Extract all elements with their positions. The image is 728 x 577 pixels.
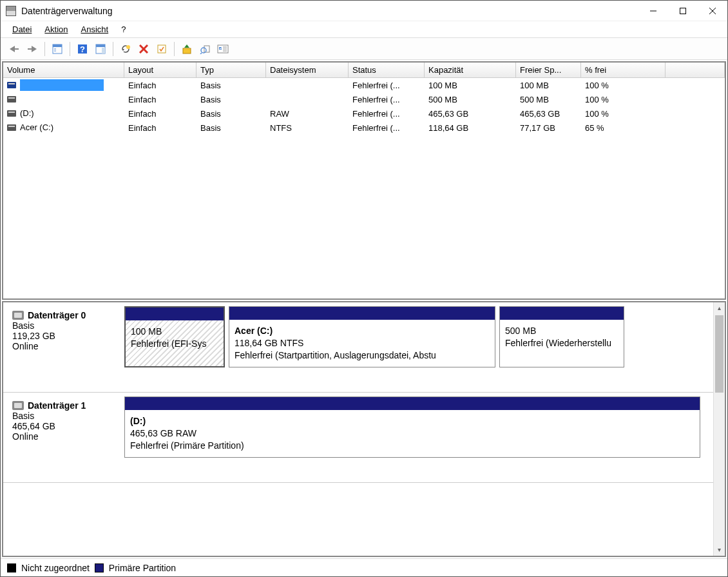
toolbar: ? <box>1 38 727 60</box>
cell-cap: 100 MB <box>425 81 516 90</box>
cell-layout: Einfach <box>124 123 196 133</box>
col-typ[interactable]: Typ <box>196 63 266 78</box>
cell-layout: Einfach <box>124 81 196 90</box>
cell-cap: 118,64 GB <box>425 123 516 133</box>
forward-button[interactable] <box>24 41 41 57</box>
action-pane-icon[interactable] <box>92 41 109 57</box>
partition-container: (D:)465,63 GB RAWFehlerfrei (Primäre Par… <box>124 396 711 458</box>
disk-name: Datenträger 0 <box>28 310 86 320</box>
partition-header <box>500 307 624 320</box>
cell-status: Fehlerfrei (... <box>349 123 425 133</box>
col-volume[interactable]: Volume <box>3 63 124 78</box>
cell-pct: 65 % <box>581 123 666 133</box>
volume-row[interactable]: EinfachBasisFehlerfrei (...100 MB100 MB1… <box>3 78 725 92</box>
disk-state: Online <box>12 341 117 351</box>
disk-info[interactable]: Datenträger 0Basis119,23 GBOnline <box>6 306 119 354</box>
legend-unallocated: Nicht zugeordnet <box>21 563 90 573</box>
svg-marker-5 <box>28 46 37 52</box>
disk-name: Datenträger 1 <box>28 400 86 411</box>
col-capacity[interactable]: Kapazität <box>425 63 516 78</box>
cell-layout: Einfach <box>124 109 196 119</box>
disk-size: 119,23 GB <box>12 331 117 341</box>
svg-rect-13 <box>96 44 105 47</box>
cell-pct: 100 % <box>581 109 666 119</box>
partition-size: 465,63 GB RAW <box>130 427 694 440</box>
disk-graphic-pane: Datenträger 0Basis119,23 GBOnline100 MBF… <box>2 301 726 557</box>
disk-scroll-area[interactable]: Datenträger 0Basis119,23 GBOnline100 MBF… <box>3 302 713 556</box>
volume-name: Acer (C:) <box>20 122 104 133</box>
svg-rect-7 <box>53 44 62 47</box>
hdd-icon <box>12 311 24 320</box>
help-icon[interactable]: ? <box>74 41 91 57</box>
svg-line-24 <box>200 53 202 54</box>
maximize-button[interactable] <box>668 1 698 21</box>
scroll-down-icon[interactable]: ▾ <box>714 544 725 556</box>
window-title: Datenträgerverwaltung <box>21 6 638 16</box>
volume-list-pane: Volume Layout Typ Dateisystem Status Kap… <box>2 61 726 300</box>
volume-row[interactable]: Acer (C:)EinfachBasisNTFSFehlerfrei (...… <box>3 121 725 135</box>
legend-bar: Nicht zugeordnet Primäre Partition <box>1 558 727 576</box>
menu-action[interactable]: Aktion <box>38 23 74 36</box>
partition-status: Fehlerfrei (Wiederherstellu <box>505 337 618 349</box>
partition-size: 118,64 GB NTFS <box>235 337 490 349</box>
col-free[interactable]: Freier Sp... <box>516 63 581 78</box>
partition[interactable]: 500 MBFehlerfrei (Wiederherstellu <box>499 306 624 367</box>
disk-icon <box>7 96 16 103</box>
svg-marker-4 <box>10 46 19 52</box>
volume-name <box>20 93 104 105</box>
partition[interactable]: (D:)465,63 GB RAWFehlerfrei (Primäre Par… <box>124 396 700 458</box>
menu-help[interactable]: ? <box>115 23 132 36</box>
col-filesystem[interactable]: Dateisystem <box>266 63 349 78</box>
partition-size: 500 MB <box>505 325 618 337</box>
col-status[interactable]: Status <box>349 63 425 78</box>
properties-icon[interactable] <box>153 41 170 57</box>
cell-status: Fehlerfrei (... <box>349 81 425 90</box>
show-hide-console-tree-icon[interactable] <box>49 41 66 57</box>
scroll-thumb[interactable] <box>715 315 723 393</box>
partition[interactable]: Acer (C:)118,64 GB NTFSFehlerfrei (Start… <box>229 306 495 367</box>
options-icon[interactable] <box>215 41 231 57</box>
volume-row[interactable]: (D:)EinfachBasisRAWFehlerfrei (...465,63… <box>3 106 725 121</box>
close-button[interactable] <box>698 1 727 21</box>
col-layout[interactable]: Layout <box>124 63 196 78</box>
volume-row[interactable]: EinfachBasisFehlerfrei (...500 MB500 MB1… <box>3 92 725 106</box>
minimize-button[interactable] <box>638 1 668 21</box>
partition-header <box>125 397 700 410</box>
volume-list-body[interactable]: EinfachBasisFehlerfrei (...100 MB100 MB1… <box>3 78 725 298</box>
refresh-icon[interactable] <box>117 41 134 57</box>
delete-icon[interactable] <box>135 41 152 57</box>
back-button[interactable] <box>6 41 23 57</box>
disk-row: Datenträger 0Basis119,23 GBOnline100 MBF… <box>3 302 713 393</box>
volume-name: (D:) <box>20 108 104 119</box>
cell-typ: Basis <box>196 109 266 119</box>
disk-info[interactable]: Datenträger 1Basis465,64 GBOnline <box>6 396 119 444</box>
svg-rect-1 <box>680 8 686 14</box>
cell-status: Fehlerfrei (... <box>349 109 425 119</box>
cell-status: Fehlerfrei (... <box>349 95 425 104</box>
volume-name <box>20 79 104 91</box>
menu-view[interactable]: Ansicht <box>75 23 115 36</box>
disk-icon <box>7 82 16 88</box>
svg-rect-14 <box>102 48 105 54</box>
svg-marker-15 <box>122 49 124 51</box>
disk-management-window: Datenträgerverwaltung Datei Aktion Ansic… <box>0 0 728 577</box>
partition-status: Fehlerfrei (EFI-Sys <box>131 338 218 350</box>
titlebar: Datenträgerverwaltung <box>1 1 727 21</box>
partition-header <box>126 308 224 320</box>
scroll-up-icon[interactable]: ▴ <box>714 302 725 314</box>
swatch-primary-icon <box>95 563 104 572</box>
disk-icon <box>7 124 16 131</box>
partition[interactable]: 100 MBFehlerfrei (EFI-Sys <box>124 306 225 367</box>
disk-size: 465,64 GB <box>12 421 117 431</box>
menu-file[interactable]: Datei <box>6 23 38 36</box>
upload-icon[interactable] <box>178 41 195 57</box>
cell-free: 465,63 GB <box>516 109 581 119</box>
partition-header <box>229 307 495 320</box>
legend-primary: Primäre Partition <box>109 563 176 573</box>
cell-pct: 100 % <box>581 95 666 104</box>
svg-rect-19 <box>158 45 166 53</box>
app-icon <box>6 6 16 16</box>
vertical-scrollbar[interactable]: ▴ ▾ <box>713 302 725 556</box>
col-percent[interactable]: % frei <box>581 63 666 78</box>
search-icon[interactable] <box>196 41 213 57</box>
